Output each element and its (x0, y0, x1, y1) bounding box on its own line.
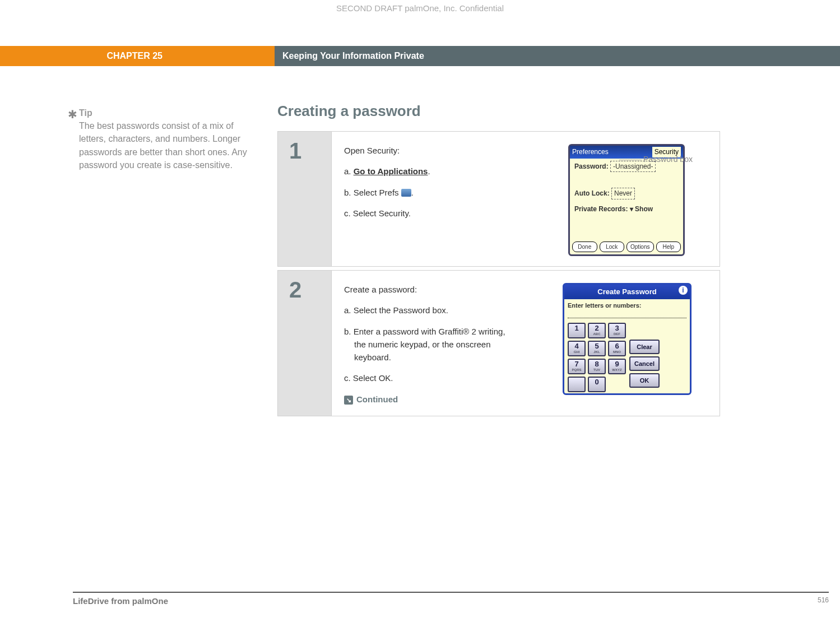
private-records-value[interactable]: Show (635, 205, 653, 213)
autolock-box[interactable]: Never (611, 188, 635, 199)
step-item-a: a. Select the Password box. (344, 304, 512, 317)
step-text: Create a password: a. Select the Passwor… (344, 283, 512, 406)
key-9[interactable]: 9WXYZ (608, 359, 626, 374)
step-item-c: c. Select OK. (344, 371, 512, 384)
device-button-row: Done Lock Options Help (572, 241, 681, 253)
page-heading: Creating a password (277, 103, 720, 120)
ok-button[interactable]: OK (629, 373, 660, 388)
confidential-header: SECOND DRAFT palmOne, Inc. Confidential (0, 3, 840, 13)
chapter-label: CHAPTER 25 (0, 46, 275, 66)
step-body: Create a password: a. Select the Passwor… (331, 271, 720, 416)
step-item-b: b. Enter a password with Graffiti® 2 wri… (344, 325, 512, 364)
clear-button[interactable]: Clear (629, 340, 660, 354)
page-number: 516 (818, 596, 829, 606)
key-3[interactable]: 3DEF (608, 323, 626, 338)
step-intro: Open Security: (344, 144, 512, 157)
step-number: 1 (278, 132, 331, 266)
dropdown-arrow-icon: ▾ (630, 205, 635, 213)
lock-button[interactable]: Lock (600, 241, 625, 253)
tip-asterisk-icon: ✱ (68, 106, 77, 123)
step-intro: Create a password: (344, 283, 512, 296)
password-box-callout: Password box (643, 155, 693, 164)
tip-body: The best passwords consist of a mix of l… (79, 121, 247, 170)
password-prompt: Enter letters or numbers: (564, 299, 690, 310)
keypad-area: 1 2ABC 3DEF 4GHI 5JKL 6MNO 7PQRS 8TUV 9W… (564, 321, 690, 394)
continued-arrow-icon: ↘ (344, 396, 353, 405)
side-buttons: Clear Cancel OK (629, 340, 660, 392)
item-prefix: a. (344, 166, 354, 176)
continued-indicator: ↘Continued (344, 393, 512, 406)
key-4[interactable]: 4GHI (568, 341, 586, 356)
header-bar: CHAPTER 25 Keeping Your Information Priv… (0, 46, 840, 66)
key-blank[interactable] (568, 377, 586, 392)
step-row: 1 Open Security: a. Go to Applications. … (277, 131, 720, 267)
device-title: Create Password (597, 287, 657, 296)
footer-product: LifeDrive from palmOne (73, 596, 168, 606)
key-1[interactable]: 1 (568, 323, 586, 338)
section-title: Keeping Your Information Private (275, 46, 840, 66)
step-row: 2 Create a password: a. Select the Passw… (277, 270, 720, 416)
step-item-a: a. Go to Applications. (344, 165, 512, 178)
item-suffix: . (411, 188, 414, 197)
continued-label: Continued (356, 394, 398, 404)
key-8[interactable]: 8TUV (588, 359, 606, 374)
cancel-button[interactable]: Cancel (629, 356, 660, 371)
go-to-applications-link[interactable]: Go to Applications (354, 166, 428, 176)
key-2[interactable]: 2ABC (588, 323, 606, 338)
key-6[interactable]: 6MNO (608, 341, 626, 356)
key-7[interactable]: 7PQRS (568, 359, 586, 374)
prefs-icon (401, 189, 411, 197)
options-button[interactable]: Options (626, 241, 653, 253)
done-button[interactable]: Done (572, 241, 597, 253)
numeric-keypad: 1 2ABC 3DEF 4GHI 5JKL 6MNO 7PQRS 8TUV 9W… (568, 323, 626, 392)
item-prefix: b. Select Prefs (344, 188, 401, 197)
info-icon[interactable]: i (679, 286, 688, 295)
item-suffix: . (428, 166, 430, 176)
device-title-left: Preferences (572, 147, 609, 157)
private-records-row: Private Records: ▾ Show (570, 202, 683, 217)
step-number: 2 (278, 271, 331, 416)
key-5[interactable]: 5JKL (588, 341, 606, 356)
autolock-row: Auto Lock: Never (570, 185, 683, 202)
key-0[interactable]: 0 (588, 377, 606, 392)
password-label: Password: (574, 162, 609, 170)
tip-label: Tip (79, 108, 92, 118)
tip-sidebar: ✱ Tip The best passwords consist of a mi… (79, 106, 247, 171)
footer: LifeDrive from palmOne 516 (73, 592, 829, 606)
device-titlebar: Create Password i (564, 285, 690, 299)
step-body: Open Security: a. Go to Applications. b.… (331, 132, 720, 266)
step-item-c: c. Select Security. (344, 207, 512, 220)
help-button[interactable]: Help (656, 241, 681, 253)
step-item-b: b. Select Prefs . (344, 186, 512, 199)
device-screenshot-create-password: Create Password i Enter letters or numbe… (563, 283, 692, 395)
autolock-label: Auto Lock: (574, 189, 610, 197)
step-text: Open Security: a. Go to Applications. b.… (344, 144, 512, 256)
private-records-label: Private Records: (574, 205, 628, 213)
callout-line (619, 160, 642, 160)
password-input[interactable] (568, 310, 686, 318)
main-content: Creating a password 1 Open Security: a. … (277, 103, 720, 420)
